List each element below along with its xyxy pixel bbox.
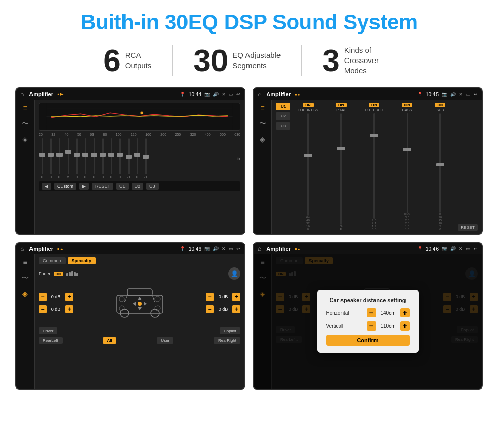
page-container: Buith-in 30EQ DSP Sound System 6 RCAOutp… xyxy=(0,0,498,448)
page-title: Buith-in 30EQ DSP Sound System xyxy=(15,10,483,35)
slider-6[interactable]: 0 xyxy=(82,138,89,179)
db-plus-4[interactable]: + xyxy=(232,305,240,313)
driver-btn[interactable]: Driver xyxy=(39,327,57,334)
reset-area: RESET xyxy=(458,103,478,231)
eq-bottom-bar: ◀ Custom ▶ RESET U1 U2 U3 xyxy=(39,181,240,191)
screen3-body: ≡ 〜 ◈ Common Specialty Fader ON xyxy=(16,254,244,389)
reset-btn[interactable]: RESET xyxy=(92,183,113,190)
home-icon[interactable]: ⌂ xyxy=(20,91,24,98)
db-plus-1[interactable]: + xyxy=(65,293,73,301)
cutfreq-on[interactable]: ON xyxy=(369,103,380,107)
fader-bar-2 xyxy=(69,272,71,276)
screen3-sidebar: ≡ 〜 ◈ xyxy=(16,254,35,389)
crossover-bottom: Driver Copilot xyxy=(39,327,240,334)
screen-eq: ⌂ Amplifier ● ▶ 📍 10:44 📷 🔊 ✕ ▭ ↩ ≡ 〜 ◈ xyxy=(15,87,245,235)
slider-12[interactable]: 0 xyxy=(134,138,141,179)
sub-on[interactable]: ON xyxy=(435,103,446,107)
u2-preset[interactable]: U2 xyxy=(276,112,290,120)
speaker-icon[interactable]: ◈ xyxy=(22,135,28,143)
svg-rect-8 xyxy=(127,289,152,296)
horizontal-minus[interactable]: − xyxy=(367,308,376,317)
slider-2[interactable]: 0 xyxy=(47,138,54,179)
bass-on[interactable]: ON xyxy=(402,103,413,107)
spk-icon-2[interactable]: ◈ xyxy=(260,135,265,143)
slider-11[interactable]: -1 xyxy=(125,138,132,179)
stats-row: 6 RCAOutputs 30 EQ AdjustableSegments 3 … xyxy=(15,45,483,76)
slider-13[interactable]: -1 xyxy=(142,138,149,179)
db-minus-4[interactable]: − xyxy=(206,305,214,313)
fader-bar-5 xyxy=(76,273,78,276)
user-btn[interactable]: User xyxy=(157,337,173,344)
slider-5[interactable]: 0 xyxy=(73,138,80,179)
fader-bar-1 xyxy=(66,273,68,276)
slider-9[interactable]: 0 xyxy=(108,138,115,179)
window-icon: ▭ xyxy=(229,92,233,97)
amp-reset-btn[interactable]: RESET xyxy=(458,224,478,231)
screen3-title: Amplifier xyxy=(29,246,53,252)
home-icon-2[interactable]: ⌂ xyxy=(258,91,261,98)
u1-preset[interactable]: U1 xyxy=(276,103,290,110)
wave-icon-3[interactable]: 〜 xyxy=(22,274,29,283)
copilot-btn[interactable]: Copilot xyxy=(220,327,240,334)
channel-sub: ON SUB G20151050 xyxy=(425,103,455,231)
spk-icon-3[interactable]: ◈ xyxy=(22,290,28,298)
db-plus-2[interactable]: + xyxy=(65,305,73,313)
db-minus-3[interactable]: − xyxy=(206,293,214,301)
u2-btn[interactable]: U2 xyxy=(132,183,144,190)
rearright-btn[interactable]: RearRight xyxy=(214,337,240,344)
tab-common[interactable]: Common xyxy=(39,257,66,264)
stat-eq: 30 EQ AdjustableSegments xyxy=(173,45,301,76)
db-minus-2[interactable]: − xyxy=(39,305,47,313)
freq-125: 125 xyxy=(131,133,137,136)
horizontal-plus[interactable]: + xyxy=(400,308,410,317)
u3-btn[interactable]: U3 xyxy=(146,183,159,190)
rearleft-btn[interactable]: RearLeft xyxy=(39,337,63,344)
slider-1[interactable]: 0 xyxy=(39,138,46,179)
prev-btn[interactable]: ◀ xyxy=(42,183,51,190)
slider-10[interactable]: 0 xyxy=(116,138,123,179)
confirm-button[interactable]: Confirm xyxy=(326,335,410,346)
dialog-horizontal-row: Horizontal − 140cm + xyxy=(326,308,410,317)
home-icon-4[interactable]: ⌂ xyxy=(258,245,261,252)
tab-specialty[interactable]: Specialty xyxy=(68,257,96,264)
win-icon-3: ▭ xyxy=(229,246,233,251)
vol-icon-3: 🔊 xyxy=(213,246,219,251)
vertical-minus[interactable]: − xyxy=(367,321,376,331)
db-row-1: − 0 dB + xyxy=(39,293,73,301)
phat-on[interactable]: ON xyxy=(336,103,347,107)
db-plus-3[interactable]: + xyxy=(232,293,240,301)
slider-3[interactable]: 0 xyxy=(56,138,63,179)
eq-icon-2[interactable]: ≡ xyxy=(260,104,264,112)
fader-bar-3 xyxy=(71,271,73,276)
camera-icon: 📷 xyxy=(204,92,210,97)
vertical-plus[interactable]: + xyxy=(400,321,410,331)
slider-7[interactable]: 0 xyxy=(90,138,98,179)
win-icon-2: ▭ xyxy=(466,92,471,97)
channel-phat: ON PHAT GF xyxy=(326,103,356,231)
horizontal-stepper: − 140cm + xyxy=(367,308,410,317)
play-btn[interactable]: ▶ xyxy=(79,183,89,190)
u1-btn[interactable]: U1 xyxy=(116,183,129,190)
scroll-arrows[interactable]: » xyxy=(237,155,240,162)
eq-icon-3[interactable]: ≡ xyxy=(23,258,27,266)
home-icon-3[interactable]: ⌂ xyxy=(20,245,24,252)
cam-icon-4: 📷 xyxy=(442,246,447,251)
db-minus-1[interactable]: − xyxy=(39,293,47,301)
wave-icon[interactable]: 〜 xyxy=(22,119,29,128)
eq-icon[interactable]: ≡ xyxy=(23,104,27,112)
wave-icon-2[interactable]: 〜 xyxy=(259,119,266,128)
screen2-body: ≡ 〜 ◈ U1 U2 U3 xyxy=(254,100,482,234)
eq-sliders: 0 0 0 5 0 0 0 0 0 0 -1 0 -1 xyxy=(39,138,240,179)
loudness-on[interactable]: ON xyxy=(303,103,314,107)
fader-on-btn[interactable]: ON xyxy=(54,272,64,276)
all-btn[interactable]: All xyxy=(103,337,116,344)
svg-marker-16 xyxy=(138,297,142,300)
db-row-3: − 0 dB + xyxy=(206,293,240,301)
cam-icon-2: 📷 xyxy=(442,92,447,97)
slider-4[interactable]: 5 xyxy=(65,138,72,179)
svg-point-15 xyxy=(138,302,142,306)
slider-8[interactable]: 0 xyxy=(99,138,106,179)
u3-preset[interactable]: U3 xyxy=(276,122,290,130)
screen4-dots: ■ ● xyxy=(295,247,300,251)
screen-dialog: ⌂ Amplifier ■ ● 📍 10:46 📷 🔊 ✕ ▭ ↩ ≡ 〜 ◈ xyxy=(253,242,483,390)
